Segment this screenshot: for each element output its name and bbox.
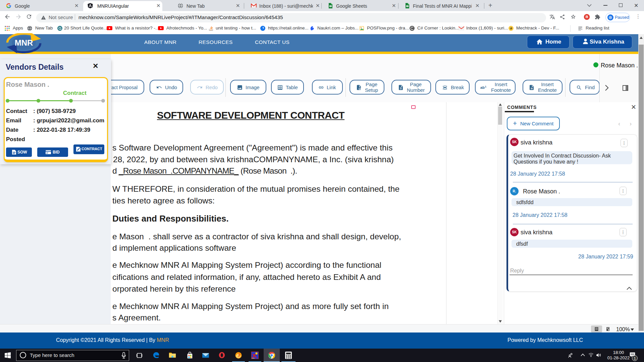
svg-text:MNR: MNR [15, 38, 33, 47]
svg-text:1: 1 [485, 85, 487, 88]
svg-text:ab: ab [480, 85, 485, 89]
svg-text:(1): (1) [531, 88, 533, 89]
